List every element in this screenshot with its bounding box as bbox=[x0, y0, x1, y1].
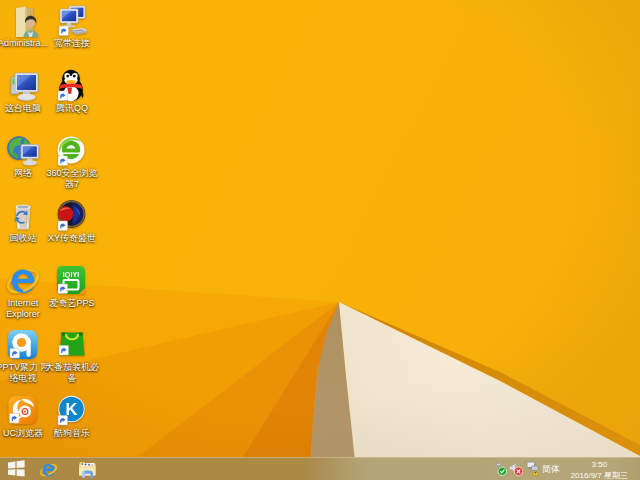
svg-text:iQIYI: iQIYI bbox=[63, 270, 79, 279]
svg-text:K: K bbox=[66, 400, 78, 418]
